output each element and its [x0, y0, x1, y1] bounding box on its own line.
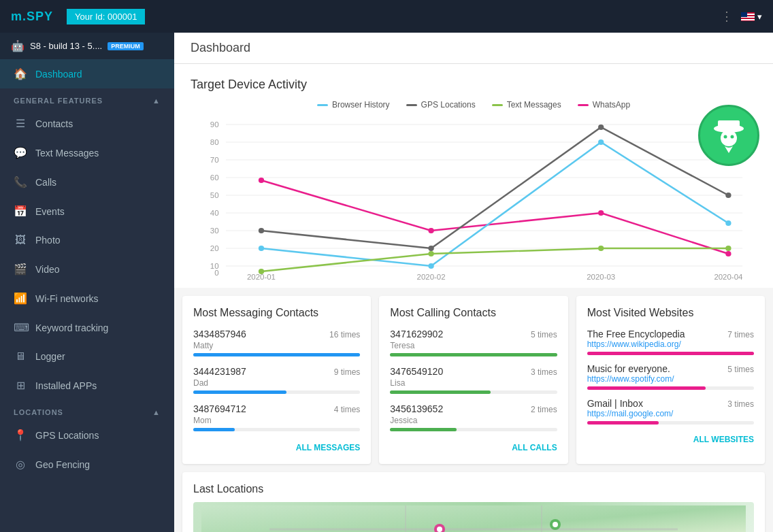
- svg-point-43: [725, 246, 731, 251]
- sidebar-item-gps[interactable]: 📍 GPS Locations: [0, 420, 174, 450]
- svg-text:90: 90: [210, 120, 219, 129]
- svg-point-34: [598, 124, 604, 130]
- website-title-2: Music for everyone.: [587, 363, 674, 374]
- language-selector[interactable]: ▾: [741, 12, 762, 22]
- messaging-times-2: 9 times: [334, 367, 361, 377]
- calling-footer[interactable]: ALL CALLS: [390, 441, 557, 453]
- website-times-3: 3 times: [727, 399, 754, 409]
- sidebar-item-keyword-tracking[interactable]: ⌨ Keyword tracking: [0, 313, 174, 342]
- sidebar-item-geo[interactable]: ◎ Geo Fencing: [0, 450, 174, 479]
- sidebar-item-dashboard[interactable]: 🏠 Dashboard: [0, 59, 174, 88]
- logger-label: Logger: [35, 351, 65, 362]
- website-url-3: https://mail.google.com/: [587, 409, 674, 418]
- websites-footer[interactable]: ALL WEBSITES: [587, 433, 754, 445]
- websites-card-title: Most Visited Websites: [587, 307, 754, 319]
- website-3: Gmail | Inbox https://mail.google.com/ 3…: [587, 398, 754, 425]
- last-locations-title: Last Locations: [193, 483, 754, 495]
- sidebar-item-video[interactable]: 🎬 Video: [0, 254, 174, 284]
- svg-text:30: 30: [210, 227, 219, 235]
- logger-icon: 🖥: [14, 350, 27, 363]
- svg-text:2020-03: 2020-03: [587, 273, 615, 281]
- text-messages-icon: 💬: [14, 146, 27, 159]
- legend-whatsapp: WhatsApp: [578, 100, 630, 110]
- wifi-icon: 📶: [14, 292, 27, 305]
- premium-badge: PREMIUM: [108, 42, 144, 50]
- sidebar-item-text-messages[interactable]: 💬 Text Messages: [0, 138, 174, 167]
- messaging-times-3: 4 times: [334, 405, 361, 414]
- sidebar-item-wifi[interactable]: 📶 Wi-Fi networks: [0, 284, 174, 313]
- svg-point-30: [598, 210, 604, 216]
- svg-point-38: [598, 139, 604, 145]
- messaging-footer[interactable]: ALL MESSAGES: [193, 441, 360, 453]
- messaging-name-3: Mom: [193, 416, 360, 425]
- sidebar-item-photo[interactable]: 🖼 Photo: [0, 226, 174, 254]
- spy-avatar-icon: [708, 115, 749, 156]
- legend-text-color: [492, 104, 503, 106]
- website-title-1: The Free Encyclopedia: [587, 329, 685, 339]
- video-icon: 🎬: [14, 263, 27, 276]
- calls-label: Calls: [35, 177, 56, 188]
- svg-text:50: 50: [210, 191, 219, 199]
- sidebar-item-contacts[interactable]: ☰ Contacts: [0, 109, 174, 138]
- svg-text:70: 70: [210, 156, 219, 164]
- device-selector[interactable]: 🤖 S8 - build 13 - 5.... PREMIUM: [0, 33, 174, 59]
- website-1: The Free Encyclopedia https://www.wikipe…: [587, 329, 754, 355]
- menu-dots[interactable]: ⋮: [721, 9, 733, 24]
- chevron-up-icon-locations: ▲: [152, 408, 161, 416]
- topbar: m.SPY Your Id: 000001 ⋮ ▾: [0, 0, 773, 33]
- legend-gps-color: [406, 104, 417, 106]
- last-locations-section: Last Locations: [182, 472, 765, 532]
- messaging-card-title: Most Messaging Contacts: [193, 307, 360, 319]
- keyword-icon: ⌨: [14, 321, 27, 334]
- gps-label: GPS Locations: [35, 430, 99, 441]
- apps-icon: ⊞: [14, 379, 27, 392]
- all-websites-link[interactable]: ALL WEBSITES: [693, 435, 754, 444]
- websites-card: Most Visited Websites The Free Encyclope…: [576, 296, 765, 464]
- events-label: Events: [35, 206, 65, 217]
- calling-bar-2: [390, 390, 490, 394]
- sidebar: 🤖 S8 - build 13 - 5.... PREMIUM 🏠 Dashbo…: [0, 33, 174, 532]
- website-title-3: Gmail | Inbox: [587, 398, 674, 409]
- legend-gps-label: GPS Locations: [421, 100, 476, 110]
- svg-text:20: 20: [210, 244, 219, 252]
- svg-point-41: [428, 251, 433, 256]
- svg-point-31: [725, 251, 731, 256]
- calling-number-2: 3476549120: [390, 366, 443, 377]
- calling-name-1: Teresa: [390, 341, 557, 350]
- calling-contact-1: 3471629902 5 times Teresa: [390, 329, 557, 356]
- calling-number-1: 3471629902: [390, 329, 443, 339]
- sidebar-item-logger[interactable]: 🖥 Logger: [0, 342, 174, 371]
- geo-label: Geo Fencing: [35, 459, 90, 470]
- calling-name-2: Lisa: [390, 378, 557, 388]
- sidebar-item-events[interactable]: 📅 Events: [0, 197, 174, 226]
- svg-point-28: [259, 178, 264, 183]
- sidebar-item-installed-apps[interactable]: ⊞ Installed APPs: [0, 371, 174, 400]
- all-calls-link[interactable]: ALL CALLS: [512, 443, 557, 452]
- chevron-up-icon: ▲: [152, 97, 161, 105]
- messaging-times-1: 16 times: [329, 330, 360, 339]
- sidebar-item-calls[interactable]: 📞 Calls: [0, 167, 174, 197]
- topbar-right: ⋮ ▾: [721, 9, 773, 24]
- sidebar-nav: 🏠 Dashboard GENERAL FEATURES ▲ ☰ Contact…: [0, 59, 174, 532]
- website-url-2: https://www.spotify.com/: [587, 374, 674, 384]
- svg-text:2020-04: 2020-04: [714, 273, 742, 281]
- svg-text:80: 80: [210, 138, 219, 146]
- events-icon: 📅: [14, 205, 27, 218]
- svg-text:60: 60: [210, 173, 219, 182]
- svg-point-33: [428, 246, 433, 251]
- user-id: Your Id: 000001: [67, 9, 145, 24]
- all-messages-link[interactable]: ALL MESSAGES: [296, 443, 360, 452]
- gps-icon: 📍: [14, 429, 27, 442]
- svg-point-29: [428, 228, 433, 233]
- messaging-contact-1: 3434857946 16 times Matty: [193, 329, 360, 356]
- page-header: Dashboard: [174, 33, 773, 64]
- map-thumbnail: [193, 505, 754, 532]
- keyword-tracking-label: Keyword tracking: [35, 322, 108, 333]
- calling-times-1: 5 times: [531, 330, 557, 339]
- svg-text:0: 0: [214, 269, 218, 277]
- legend-gps-locations: GPS Locations: [406, 100, 476, 110]
- legend-whatsapp-color: [578, 104, 589, 106]
- sidebar-dashboard-label: Dashboard: [35, 69, 82, 80]
- legend-browser-history: Browser History: [317, 100, 390, 110]
- calling-contact-3: 3456139652 2 times Jessica: [390, 403, 557, 431]
